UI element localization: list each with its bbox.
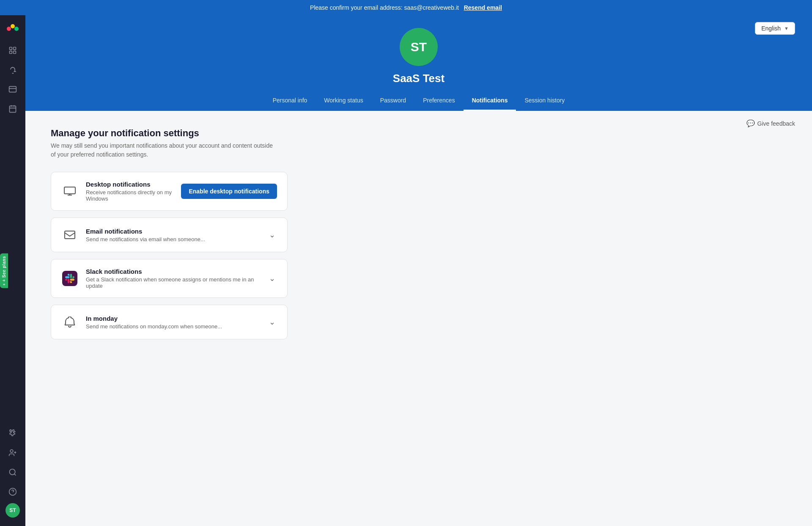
monday-logo[interactable] — [6, 20, 19, 36]
resend-email-link[interactable]: Resend email — [464, 4, 502, 11]
feedback-label: Give feedback — [757, 120, 796, 127]
email-chevron-icon[interactable]: ⌄ — [267, 229, 277, 241]
sidebar-icon-bell[interactable] — [5, 62, 21, 78]
svg-rect-4 — [14, 47, 16, 50]
tab-personal-info[interactable]: Personal info — [264, 93, 316, 111]
monitor-icon — [61, 183, 78, 200]
enable-desktop-button[interactable]: Enable desktop notifications — [181, 184, 277, 199]
sidebar: + + See plans ST — [0, 15, 25, 526]
profile-header: English ▼ ST SaaS Test Personal info Wor… — [25, 15, 812, 111]
monday-notifications-card[interactable]: In monday Send me notifications on monda… — [51, 305, 288, 339]
svg-point-0 — [7, 27, 11, 31]
slack-chevron-icon[interactable]: ⌄ — [267, 272, 277, 285]
monday-notif-title: In monday — [86, 315, 260, 322]
monday-notif-info: In monday Send me notifications on monda… — [86, 315, 260, 330]
language-selector[interactable]: English ▼ — [755, 22, 795, 35]
email-notif-desc: Send me notifications via email when som… — [86, 236, 260, 242]
see-plans-button[interactable]: + + See plans — [0, 253, 8, 288]
desktop-notif-desc: Receive notifications directly on my Win… — [86, 189, 173, 202]
svg-point-2 — [14, 27, 19, 31]
give-feedback-button[interactable]: 💬 Give feedback — [746, 119, 796, 127]
profile-name: SaaS Test — [393, 72, 444, 85]
slack-notif-title: Slack notifications — [86, 268, 260, 275]
slack-notif-desc: Get a Slack notification when someone as… — [86, 276, 260, 289]
desktop-notif-title: Desktop notifications — [86, 181, 173, 188]
sidebar-icon-inbox[interactable] — [5, 81, 21, 97]
sidebar-icon-search[interactable] — [5, 464, 21, 480]
email-notif-info: Email notifications Send me notification… — [86, 228, 260, 242]
svg-rect-6 — [14, 51, 16, 54]
desktop-notif-info: Desktop notifications Receive notificati… — [86, 181, 173, 202]
sidebar-icon-home[interactable] — [5, 42, 21, 58]
sidebar-icon-add-user[interactable] — [5, 445, 21, 461]
banner-text: Please confirm your email address: saas@… — [310, 4, 459, 11]
svg-point-1 — [11, 24, 15, 28]
main-content: 💬 Give feedback Manage your notification… — [25, 111, 812, 526]
chevron-down-icon: ▼ — [784, 26, 789, 31]
desktop-notif-action: Enable desktop notifications — [181, 184, 277, 199]
email-notif-title: Email notifications — [86, 228, 260, 235]
monday-chevron-icon[interactable]: ⌄ — [267, 316, 277, 328]
slack-notif-info: Slack notifications Get a Slack notifica… — [86, 268, 260, 289]
svg-rect-16 — [64, 187, 75, 194]
svg-rect-8 — [10, 106, 16, 112]
profile-tabs: Personal info Working status Password Pr… — [264, 93, 573, 111]
svg-rect-5 — [10, 51, 12, 54]
tab-session-history[interactable]: Session history — [516, 93, 573, 111]
top-banner: Please confirm your email address: saas@… — [0, 0, 812, 15]
envelope-icon — [61, 226, 78, 243]
svg-line-13 — [14, 474, 16, 476]
sidebar-avatar[interactable]: ST — [5, 503, 20, 518]
svg-rect-17 — [65, 231, 75, 239]
see-plans-wrapper: + + See plans — [0, 253, 8, 288]
language-label: English — [761, 25, 781, 32]
tab-preferences[interactable]: Preferences — [414, 93, 463, 111]
svg-point-12 — [10, 469, 15, 475]
section-title: Manage your notification settings — [51, 128, 787, 139]
email-notifications-card[interactable]: Email notifications Send me notification… — [51, 218, 288, 252]
slack-icon — [61, 270, 78, 287]
feedback-icon: 💬 — [746, 119, 755, 127]
svg-rect-3 — [10, 47, 12, 50]
profile-avatar: ST — [400, 28, 438, 66]
tab-password[interactable]: Password — [372, 93, 414, 111]
section-subtitle: We may still send you important notifica… — [51, 141, 279, 159]
sidebar-icon-help[interactable] — [5, 484, 21, 500]
slack-notifications-card[interactable]: Slack notifications Get a Slack notifica… — [51, 259, 288, 298]
svg-rect-7 — [9, 86, 16, 92]
content-area: English ▼ ST SaaS Test Personal info Wor… — [25, 15, 812, 526]
tab-working-status[interactable]: Working status — [315, 93, 371, 111]
sidebar-icon-calendar[interactable] — [5, 101, 21, 117]
desktop-notifications-card: Desktop notifications Receive notificati… — [51, 172, 288, 211]
tab-notifications[interactable]: Notifications — [464, 93, 516, 111]
monday-notif-desc: Send me notifications on monday.com when… — [86, 323, 260, 330]
monday-bell-icon — [61, 314, 78, 330]
svg-point-9 — [10, 450, 13, 453]
sidebar-icon-puzzle[interactable] — [5, 425, 21, 441]
